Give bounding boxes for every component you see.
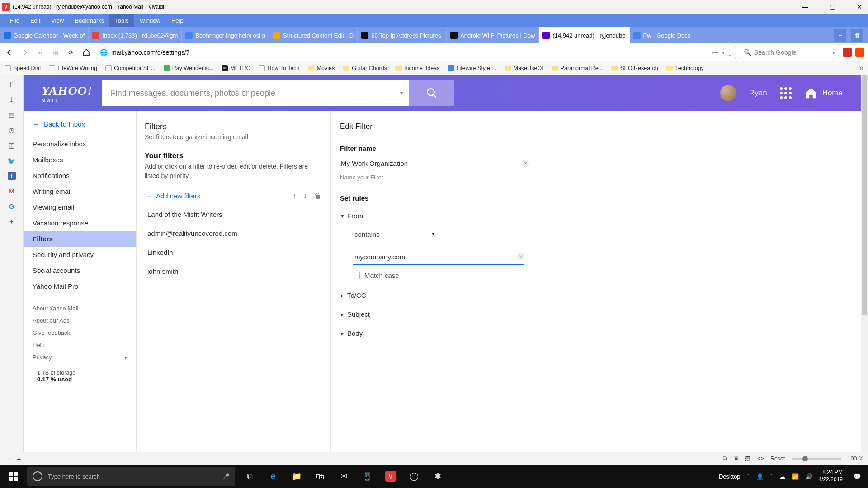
tray-wifi-icon[interactable]: 📶 (792, 473, 799, 480)
bookmark-folder[interactable]: Technology (666, 65, 704, 71)
move-down-icon[interactable]: ↓ (303, 192, 307, 200)
condition-dropdown[interactable]: contains ▾ (353, 227, 436, 242)
bookmark-item[interactable]: Ray Wenderlic... (164, 65, 213, 71)
panel-toggle-icon[interactable]: ▭ (5, 455, 10, 462)
tiling-icon[interactable]: ▣ (733, 455, 739, 462)
bookmark-page-icon[interactable]: ▯ (728, 49, 732, 56)
taskbar-chrome-icon[interactable]: ◯ (402, 465, 426, 488)
bookmark-item[interactable]: LifeWire Wriitng (49, 65, 97, 71)
yahoo-search-input[interactable]: Find messages, documents, photos or peop… (102, 80, 409, 106)
bookmark-item[interactable]: Speed Dial (5, 65, 41, 71)
avatar[interactable] (720, 85, 736, 101)
filter-row[interactable]: Land of the Misfit Writers (145, 205, 322, 224)
action-center-icon[interactable]: 💬 (849, 468, 865, 484)
rule-section-from[interactable]: ▾ From (340, 206, 530, 225)
taskbar-phone-icon[interactable]: 📱 (355, 465, 379, 488)
new-tab-button[interactable]: ＋ (834, 29, 846, 42)
filter-row[interactable]: john smith (145, 262, 322, 281)
browser-tab[interactable]: Structured Content Edit - D (269, 27, 358, 43)
browser-search-box[interactable]: 🔍 Search Google ▾ (740, 46, 839, 59)
sidebar-about-yahoo[interactable]: About Yahoo Mail (24, 302, 136, 314)
rule-section-subject[interactable]: ▸ Subject (340, 305, 530, 324)
bookmark-folder[interactable]: Movies (308, 65, 335, 71)
home-button[interactable] (80, 47, 92, 58)
taskbar-explorer-icon[interactable]: 📁 (285, 465, 308, 488)
user-name[interactable]: Ryan (749, 89, 767, 98)
sidebar-privacy[interactable]: Privacy ▾ (24, 351, 136, 363)
apps-launcher-icon[interactable] (780, 87, 792, 99)
mic-icon[interactable]: 🎤 (222, 473, 230, 480)
google-panel-icon[interactable]: G (7, 202, 16, 211)
task-view-icon[interactable]: ⧉ (238, 465, 261, 488)
zoom-reset-button[interactable]: Reset (770, 455, 785, 462)
window-minimize[interactable]: — (798, 3, 812, 10)
yahoo-search-button[interactable] (409, 80, 454, 106)
filter-name-input[interactable] (340, 157, 530, 170)
browser-tab[interactable]: Google Calendar - Week of (0, 27, 89, 43)
tray-desktop-label[interactable]: Desktop (719, 473, 741, 480)
yahoo-home-button[interactable]: Home (804, 86, 843, 100)
menu-view[interactable]: View (46, 14, 69, 27)
gmail-panel-icon[interactable]: M (7, 186, 16, 195)
lastpass-icon[interactable] (843, 48, 852, 57)
yahoo-logo[interactable]: YAHOO! MAIL (42, 84, 93, 103)
match-case-checkbox[interactable]: Match case (353, 272, 852, 279)
reddit-icon[interactable] (855, 48, 864, 57)
history-panel-icon[interactable]: ◷ (7, 126, 16, 135)
image-toggle-icon[interactable]: 🖼 (745, 455, 751, 462)
reload-button[interactable]: ⟳ (65, 47, 77, 58)
tray-chevron-up-icon[interactable]: ˄ (770, 473, 773, 480)
facebook-panel-icon[interactable]: f (8, 172, 16, 180)
add-panel-button[interactable]: ＋ (7, 217, 16, 226)
sidebar-item-writing[interactable]: Writing email (24, 183, 136, 199)
zoom-slider[interactable] (792, 458, 841, 460)
add-new-filter-button[interactable]: ＋ Add new filters (146, 192, 200, 200)
zoom-slider-knob[interactable] (802, 456, 808, 461)
bookmark-folder[interactable]: Paranormal Re... (552, 65, 603, 71)
system-clock[interactable]: 8:24 PM 4/22/2019 (819, 469, 843, 483)
nav-rewind-button[interactable]: ⏮ (34, 47, 46, 58)
address-bar[interactable]: 🌐 mail.yahoo.com/d/settings/7 ⊶ ▾ ▯ (96, 46, 736, 59)
menu-tools[interactable]: Tools (109, 14, 134, 27)
browser-tab[interactable]: Pw - Google Docs (630, 27, 695, 43)
sidebar-item-security[interactable]: Security and privacy (24, 247, 136, 263)
nav-back-button[interactable] (4, 47, 15, 58)
sidebar-item-mailboxes[interactable]: Mailboxes (24, 152, 136, 168)
twitter-panel-icon[interactable]: 🐦 (7, 156, 16, 165)
taskbar-mail-icon[interactable]: ✉ (332, 465, 355, 488)
sidebar-help[interactable]: Help (24, 339, 136, 351)
browser-tab[interactable]: Inbox (1,733) - rdube02@gm (89, 27, 182, 43)
bookmark-folder[interactable]: MakeUseOf (505, 65, 543, 71)
menu-file[interactable]: File (5, 14, 25, 27)
taskbar-vivaldi-icon[interactable]: V (379, 465, 402, 488)
sync-icon[interactable]: ☁ (15, 455, 21, 462)
url-dropdown-icon[interactable]: ▾ (722, 49, 725, 56)
menu-edit[interactable]: Edit (25, 14, 46, 27)
browser-tab[interactable]: Boehringer Ingelheim osi p (182, 27, 269, 43)
window-maximize[interactable]: ▢ (826, 3, 839, 10)
clear-input-icon[interactable]: ✕ (522, 160, 529, 167)
bookmark-overflow-button[interactable]: » (859, 63, 863, 73)
taskbar-edge-icon[interactable]: e (261, 465, 285, 488)
browser-tab[interactable]: 60 Top Ip Address Pictures, (358, 27, 447, 43)
taskbar-store-icon[interactable]: 🛍 (308, 465, 332, 488)
menu-help[interactable]: Help (166, 14, 189, 27)
scrollbar-thumb[interactable] (862, 75, 867, 315)
filter-row[interactable]: LinkedIn (145, 243, 322, 262)
back-to-inbox-link[interactable]: ← Back to Inbox (24, 117, 136, 136)
move-up-icon[interactable]: ↑ (292, 192, 296, 200)
window-panel-icon[interactable]: ◫ (7, 141, 16, 150)
bookmark-folder[interactable]: SEO Research (611, 65, 658, 71)
delete-filter-icon[interactable]: 🗑 (314, 192, 321, 200)
rule-section-body[interactable]: ▸ Body (340, 324, 530, 343)
browser-tab[interactable]: Android Wi Fi Pictures | Dow (447, 27, 539, 43)
page-actions-icon[interactable]: <> (757, 455, 764, 462)
nav-fastforward-button[interactable]: ⏭ (50, 47, 61, 58)
downloads-panel-icon[interactable]: ⭳ (7, 95, 16, 104)
bookmark-item[interactable]: Competitor SE... (105, 65, 156, 71)
bookmark-item[interactable]: MMETRO (222, 65, 250, 71)
condition-value-input[interactable]: mycompany.com ✕ (353, 250, 524, 265)
tray-cloud-icon[interactable]: ☁ (779, 473, 785, 480)
rule-section-tocc[interactable]: ▸ To/CC (340, 286, 530, 305)
nav-forward-button[interactable] (19, 47, 31, 58)
